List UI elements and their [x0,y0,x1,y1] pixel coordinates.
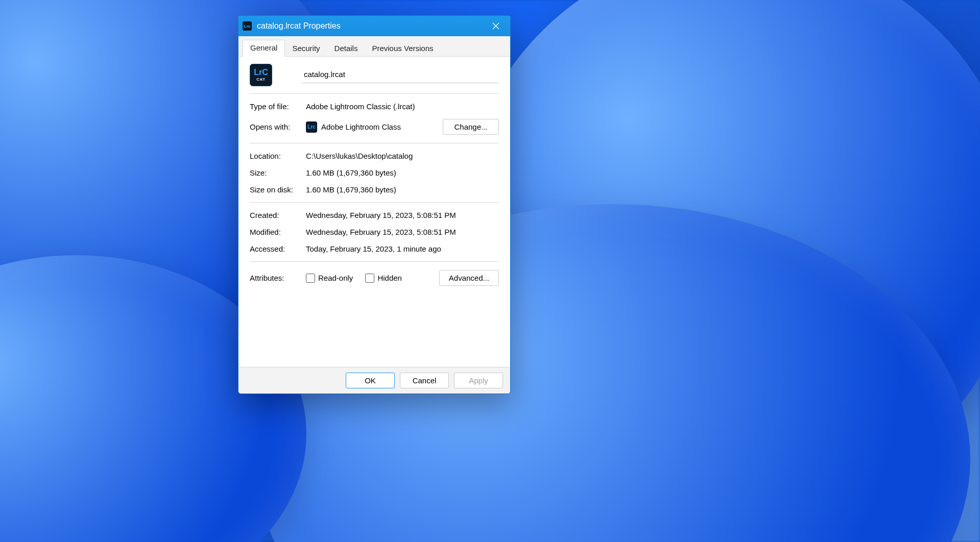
label-location: Location: [250,152,306,160]
hidden-checkbox[interactable] [365,274,374,283]
opens-with-icon: Lrc [306,121,317,133]
label-type: Type of file: [250,102,306,111]
tab-previous-versions[interactable]: Previous Versions [365,41,440,57]
advanced-button[interactable]: Advanced... [439,270,499,286]
label-accessed: Accessed: [250,244,306,253]
label-modified: Modified: [250,228,306,236]
properties-window: Lrc catalog.lrcat Properties General Sec… [238,15,511,394]
file-icon-subtext: CAT [256,78,265,82]
value-location: C:\Users\lukas\Desktop\catalog [306,152,499,160]
file-icon: LrC CAT [250,64,272,86]
close-button[interactable] [485,18,507,34]
tab-security[interactable]: Security [285,41,327,57]
apply-button[interactable]: Apply [454,373,503,388]
titlebar[interactable]: Lrc catalog.lrcat Properties [238,16,510,36]
value-size-on-disk: 1.60 MB (1,679,360 bytes) [306,185,499,194]
tab-details[interactable]: Details [327,41,365,57]
value-type: Adobe Lightroom Classic (.lrcat) [306,102,499,111]
tab-general[interactable]: General [243,40,285,57]
label-size: Size: [250,168,306,177]
value-created: Wednesday, February 15, 2023, 5:08:51 PM [306,211,499,219]
ok-button[interactable]: OK [346,373,395,388]
label-created: Created: [250,211,306,219]
filename-input[interactable] [302,67,499,83]
window-title: catalog.lrcat Properties [257,21,341,31]
readonly-label: Read-only [318,274,353,282]
value-accessed: Today, February 15, 2023, 1 minute ago [306,244,499,253]
file-type-icon: Lrc [243,21,252,31]
close-icon [492,22,499,30]
label-opens-with: Opens with: [250,122,306,131]
label-size-on-disk: Size on disk: [250,185,306,194]
value-size: 1.60 MB (1,679,360 bytes) [306,168,499,177]
dialog-body: LrC CAT Type of file: Adobe Lightroom Cl… [238,57,510,367]
dialog-footer: OK Cancel Apply [238,367,510,393]
hidden-label: Hidden [377,274,402,282]
label-attributes: Attributes: [250,274,306,282]
tabstrip: General Security Details Previous Versio… [238,36,510,57]
file-icon-text: LrC [254,68,268,77]
readonly-checkbox[interactable] [306,274,315,283]
cancel-button[interactable]: Cancel [400,373,449,388]
value-opens-with: Adobe Lightroom Class [321,122,439,131]
change-button[interactable]: Change... [443,119,499,135]
value-modified: Wednesday, February 15, 2023, 5:08:51 PM [306,228,499,236]
